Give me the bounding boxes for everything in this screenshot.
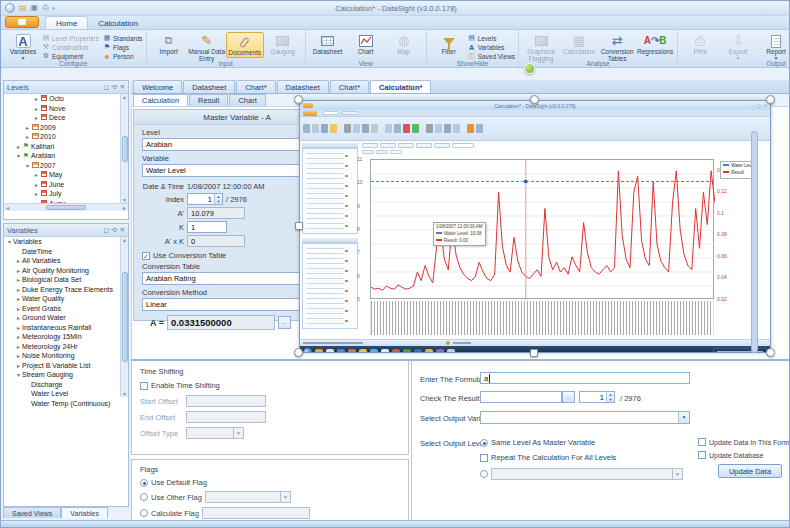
variable-item[interactable]: ▾Variables	[4, 237, 128, 247]
conversion-table-select[interactable]: Arabian Rating▼	[142, 272, 317, 285]
variable-item[interactable]: ▸Instantaneous Rainfall	[4, 323, 128, 333]
update-database-checkbox[interactable]	[698, 451, 706, 459]
regressions-button[interactable]: A↷B Regressions	[636, 32, 674, 56]
expander-icon[interactable]: ▸	[15, 333, 22, 340]
saved-views-toggle[interactable]: ◫Saved Views	[468, 52, 515, 60]
variables-vertical-scrollbar[interactable]: ▲▼	[120, 237, 128, 397]
update-data-button[interactable]: Update Data	[718, 464, 782, 478]
pin-icon[interactable]: ⚲	[110, 85, 118, 90]
use-other-flag-radio[interactable]	[140, 493, 148, 501]
filter-button[interactable]: Filter	[430, 32, 468, 56]
levels-toggle[interactable]: ▤Levels	[468, 34, 515, 42]
variable-item[interactable]: DateTime	[4, 247, 128, 257]
expander-icon[interactable]: ▸	[15, 257, 22, 264]
variable-item[interactable]: ▸Ground Water	[4, 313, 128, 323]
tab-home[interactable]: Home	[45, 16, 88, 29]
expander-icon[interactable]: ▸	[15, 362, 22, 369]
close-icon[interactable]: ✕	[120, 226, 125, 234]
variable-item[interactable]: ▸Air Quality Monitoring	[4, 266, 128, 276]
level-item[interactable]: ▸June	[4, 180, 128, 190]
expander-icon[interactable]: ▸	[24, 133, 31, 140]
variable-item[interactable]: ▸Water Quality	[4, 294, 128, 304]
expander-icon[interactable]: ▸	[15, 276, 22, 283]
manual-data-entry-button[interactable]: ✎ Manual Data Entry	[188, 32, 226, 63]
expander-icon[interactable]: ▾	[24, 162, 31, 169]
expander-icon[interactable]: ▸	[15, 295, 22, 302]
level-item[interactable]: ▸Octo	[4, 94, 128, 104]
equipment-button[interactable]: ⚙Equipment	[42, 52, 99, 60]
variable-item[interactable]: ▸Duke Energy Trace Elements	[4, 285, 128, 295]
variable-item[interactable]: Discharge	[4, 380, 128, 390]
repeat-calculation-checkbox[interactable]	[480, 454, 488, 462]
doc-tab-datasheet[interactable]: Datasheet	[277, 80, 329, 93]
level-item[interactable]: ▸2009	[4, 123, 128, 133]
variable-item[interactable]: ▾Stream Gauging	[4, 370, 128, 380]
level-item[interactable]: ▸July	[4, 189, 128, 199]
vertical-scrollbar[interactable]	[751, 131, 758, 353]
check-result-spinner[interactable]: 1▲▼	[579, 391, 615, 403]
expander-icon[interactable]: ▸	[33, 171, 40, 178]
expander-icon[interactable]: ▸	[15, 267, 22, 274]
tab-saved-views[interactable]: Saved Views	[3, 507, 61, 518]
check-result-input[interactable]	[480, 391, 562, 403]
formula-input[interactable]: a	[480, 372, 690, 384]
expander-icon[interactable]: ▸	[15, 343, 22, 350]
doc-tab-calculation[interactable]: Calculation*	[370, 80, 431, 93]
resize-handle-bottom-left[interactable]	[294, 348, 303, 357]
sub-tab-chart[interactable]: Chart	[229, 94, 265, 106]
sub-tab-calculation[interactable]: Calculation	[133, 94, 188, 106]
resize-handle-left[interactable]	[295, 222, 303, 230]
expander-icon[interactable]: ▸	[33, 181, 40, 188]
level-item[interactable]: ▾2007	[4, 161, 128, 171]
flags-button[interactable]: ⚑Flags	[103, 43, 143, 51]
k-input[interactable]: 1	[187, 221, 227, 233]
doc-tab-welcome[interactable]: Welcome	[133, 80, 182, 93]
expander-icon[interactable]: ▸	[33, 114, 40, 121]
spinner-arrows-icon[interactable]: ▲▼	[214, 194, 222, 204]
level-item[interactable]: ▾⚑Arabian	[4, 151, 128, 161]
level-item[interactable]: ▸Nove	[4, 104, 128, 114]
a-result-browse-button[interactable]: ...	[278, 316, 291, 329]
index-spinner[interactable]: 1▲▼	[187, 193, 223, 205]
variable-item[interactable]: ▸Noise Monitoring	[4, 351, 128, 361]
variable-item[interactable]: ▸Meteorology 24Hr	[4, 342, 128, 352]
level-item[interactable]: ▸Augu	[4, 199, 128, 204]
person-button[interactable]: ☻Person	[103, 52, 143, 60]
window-position-icon[interactable]: ◻	[103, 226, 108, 234]
expander-icon[interactable]: ▸	[15, 324, 22, 331]
resize-handle-top-left[interactable]	[294, 95, 303, 104]
chart-button[interactable]: Chart	[347, 32, 385, 56]
file-menu-button[interactable]	[5, 16, 39, 28]
variable-item[interactable]: ▸Meteorology 15Min	[4, 332, 128, 342]
spinner-arrows-icon[interactable]: ▲▼	[606, 392, 614, 402]
level-item[interactable]: ▸⚑Kalihari	[4, 142, 128, 152]
expander-icon[interactable]: ▾	[15, 152, 22, 159]
expander-icon[interactable]: ▸	[33, 95, 40, 102]
expander-icon[interactable]: ▸	[15, 143, 22, 150]
expander-icon[interactable]: ▸	[15, 305, 22, 312]
sub-tab-result[interactable]: Result	[189, 94, 228, 106]
expander-icon[interactable]: ▸	[15, 352, 22, 359]
check-result-browse-button[interactable]: ...	[562, 391, 575, 403]
variable-item[interactable]: ▸All Variables	[4, 256, 128, 266]
expander-icon[interactable]: ▾	[15, 371, 22, 378]
window-position-icon[interactable]: ◻	[103, 83, 108, 91]
levels-vertical-scrollbar[interactable]: ▲▼	[120, 94, 128, 203]
resize-handle-bottom-center[interactable]	[530, 349, 538, 357]
variables-toggle[interactable]: AVariables	[468, 43, 515, 51]
import-button[interactable]: ⧉ Import	[150, 32, 188, 56]
level-item[interactable]: ▸2010	[4, 132, 128, 142]
output-variable-select[interactable]: ▼	[480, 411, 690, 424]
update-data-form-checkbox[interactable]	[698, 438, 706, 446]
variable-item[interactable]: Water Level	[4, 389, 128, 399]
expander-icon[interactable]: ▸	[33, 190, 40, 197]
expander-icon[interactable]: ▸	[33, 105, 40, 112]
level-item[interactable]: ▸May	[4, 170, 128, 180]
calculate-flag-radio[interactable]	[140, 509, 148, 517]
doc-tab-chart[interactable]: Chart*	[330, 80, 369, 93]
standards-button[interactable]: ▦Standards	[103, 34, 143, 42]
report-button[interactable]: Report▼	[757, 32, 790, 61]
expander-icon[interactable]: ▸	[15, 314, 22, 321]
datasheet-button[interactable]: Datasheet	[309, 32, 347, 56]
pin-icon[interactable]: ⚲	[110, 228, 118, 233]
